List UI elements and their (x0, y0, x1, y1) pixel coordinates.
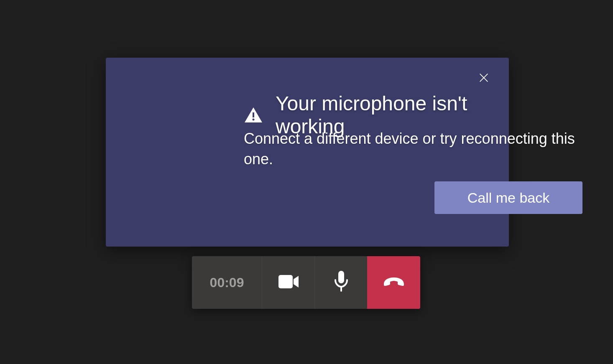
warning-icon (244, 107, 263, 123)
call-timer: 00:09 (192, 256, 262, 309)
microphone-icon (334, 271, 349, 294)
phone-hangup-icon (382, 277, 406, 288)
microphone-toggle-button[interactable] (314, 256, 367, 309)
call-me-back-button[interactable]: Call me back (434, 181, 582, 214)
close-button[interactable] (475, 70, 492, 87)
hang-up-button[interactable] (367, 256, 420, 309)
close-icon (478, 72, 490, 85)
svg-point-3 (253, 119, 255, 121)
svg-rect-2 (253, 112, 254, 117)
modal-body: Connect a different device or try reconn… (244, 129, 587, 169)
video-camera-icon (278, 274, 299, 291)
svg-rect-5 (338, 271, 344, 283)
microphone-error-modal: Your microphone isn't working Connect a … (106, 58, 509, 247)
svg-rect-4 (278, 275, 293, 288)
call-control-bar: 00:09 (192, 256, 420, 309)
video-toggle-button[interactable] (262, 256, 314, 309)
